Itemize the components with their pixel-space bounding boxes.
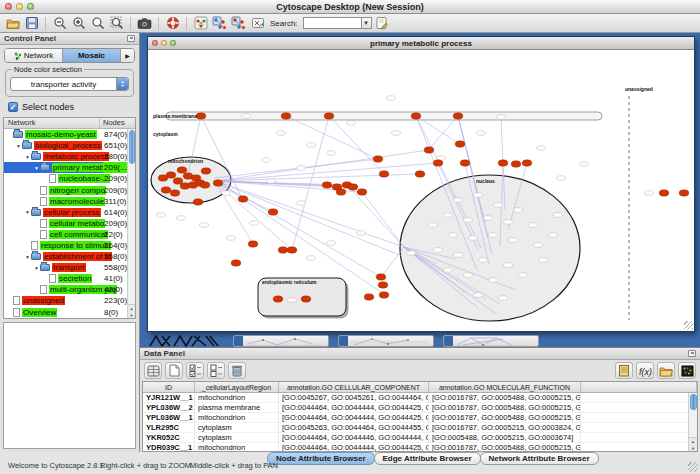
node-label[interactable] [307, 256, 316, 261]
network-node[interactable] [213, 180, 223, 186]
network-edge[interactable] [214, 159, 378, 178]
network-window-resize-grip[interactable] [684, 321, 693, 330]
delete-attribute-icon[interactable] [228, 362, 246, 379]
new-attribute-icon[interactable] [165, 362, 183, 379]
network-node[interactable] [679, 190, 689, 196]
node-label[interactable] [227, 236, 236, 241]
search-dropdown-arrow-icon[interactable]: ▼ [361, 17, 372, 29]
network-edge[interactable] [216, 163, 438, 181]
table-row[interactable]: YDR039C__1mitochondrion[GO:0044464, GO:0… [143, 443, 697, 452]
tree-expand-arrow-icon[interactable]: ▼ [24, 209, 31, 215]
node-label[interactable] [327, 241, 336, 246]
network-node[interactable] [411, 113, 421, 119]
node-label[interactable] [474, 293, 483, 298]
birdseye-overview-panel[interactable] [3, 322, 136, 449]
table-row[interactable]: YJR121W__1mitochondrion[GO:0045267, GO:0… [143, 393, 697, 403]
node-label[interactable] [519, 273, 528, 278]
network-node[interactable] [511, 161, 521, 167]
node-label[interactable] [504, 263, 513, 268]
node-label[interactable] [288, 298, 297, 303]
node-label[interactable] [489, 278, 498, 283]
tree-row[interactable]: ▼establishment of lo558(0) [4, 251, 135, 262]
node-label[interactable] [479, 258, 488, 263]
search-input[interactable] [303, 17, 361, 29]
tree-row[interactable]: response to stimulu264(0) [4, 240, 135, 251]
node-label[interactable] [539, 258, 548, 263]
node-label[interactable] [392, 131, 401, 136]
node-label[interactable] [489, 233, 498, 238]
node-label[interactable] [444, 268, 453, 273]
control-panel-float-icon[interactable] [127, 35, 135, 42]
table-column-header[interactable]: ID [143, 382, 195, 392]
table-row[interactable]: YPL036W__1mitochondrion[GO:0044464, GO:0… [143, 413, 697, 423]
node-label[interactable] [444, 213, 453, 218]
tree-scrollbar[interactable]: ▲▼ [127, 129, 135, 318]
network-node[interactable] [453, 113, 463, 119]
network-node[interactable] [281, 113, 291, 119]
network-edge[interactable] [329, 116, 384, 174]
node-label[interactable] [494, 203, 503, 208]
tree-row[interactable]: nitrogen compo209(0) [4, 184, 135, 195]
network-edge[interactable] [347, 185, 404, 247]
tree-row[interactable]: mosaic-demo-yeast874(0) [4, 129, 135, 140]
network-node[interactable] [201, 168, 211, 174]
node-label[interactable] [177, 216, 186, 221]
network-view-window[interactable]: primary metabolic process plasma membran… [147, 36, 695, 332]
node-label[interactable] [200, 223, 209, 228]
tree-expand-arrow-icon[interactable]: ▼ [33, 265, 40, 271]
tree-row[interactable]: ▼metabolic process280(0) [4, 151, 135, 162]
network-node[interactable] [177, 167, 187, 173]
tree-row[interactable]: secretion41(0) [4, 273, 135, 284]
node-label[interactable] [307, 143, 316, 148]
tree-row[interactable]: unassigned223(0) [4, 295, 135, 306]
network-node[interactable] [379, 171, 389, 177]
data-panel-float-icon[interactable] [688, 350, 696, 357]
network-node[interactable] [433, 160, 443, 166]
node-label[interactable] [262, 158, 271, 163]
node-color-dropdown[interactable]: transporter activity ▲▼ [10, 77, 129, 91]
network-node[interactable] [357, 189, 367, 195]
zoom-out-icon[interactable] [51, 15, 68, 31]
annotation-icon[interactable] [374, 15, 391, 31]
node-label[interactable] [534, 243, 543, 248]
tab-node-attribute-browser[interactable]: Node Attribute Browser [267, 452, 375, 465]
tree-row[interactable]: macromolecule311(0) [4, 196, 135, 207]
network-edge[interactable] [428, 116, 458, 150]
tab-overflow-arrow-icon[interactable]: ▶ [121, 49, 134, 62]
tree-expand-arrow-icon[interactable]: ▼ [33, 165, 40, 171]
attribute-table-icon[interactable] [144, 362, 162, 379]
node-label[interactable] [504, 220, 513, 225]
network-node[interactable] [196, 113, 206, 119]
table-column-header[interactable]: annotation.GO CELLULAR_COMPONENT [279, 382, 429, 392]
save-session-icon[interactable] [23, 15, 40, 31]
tree-row[interactable]: cell communicat22(0) [4, 229, 135, 240]
tree-scrollbar-arrows[interactable]: ▲▼ [128, 304, 135, 318]
network-node[interactable] [324, 113, 334, 119]
network-node[interactable] [522, 160, 532, 166]
network-node[interactable] [200, 182, 210, 188]
function-builder-icon[interactable]: f(x) [636, 362, 654, 379]
network-canvas[interactable]: plasma membranecytoplasmmitochondrionnuc… [148, 50, 694, 331]
node-label[interactable] [327, 151, 336, 156]
network-edge[interactable] [381, 247, 404, 277]
tab-mosaic[interactable]: Mosaic [63, 49, 121, 62]
tree-row[interactable]: ▼biological_process651(0) [4, 140, 135, 151]
table-scrollbar-arrows[interactable]: ▲▼ [689, 437, 697, 451]
node-label[interactable] [297, 166, 306, 171]
tree-row[interactable]: ▼transport558(0) [4, 262, 135, 273]
minimized-window-thumbnail[interactable] [338, 335, 434, 347]
network-node[interactable] [373, 156, 383, 162]
node-label[interactable] [297, 201, 306, 206]
node-label[interactable] [464, 218, 473, 223]
node-label[interactable] [454, 198, 463, 203]
network-window-titlebar[interactable]: primary metabolic process [148, 37, 694, 50]
node-label[interactable] [509, 238, 518, 243]
network-node[interactable] [287, 247, 297, 253]
tree-column-network[interactable]: Network [4, 118, 100, 128]
network-overview-icon[interactable] [192, 15, 209, 31]
tree-scrollbar-thumb[interactable] [129, 130, 135, 164]
tree-expand-arrow-icon[interactable]: ▼ [15, 143, 22, 149]
node-label[interactable] [267, 179, 276, 184]
node-label[interactable] [434, 248, 443, 253]
node-label[interactable] [464, 273, 473, 278]
